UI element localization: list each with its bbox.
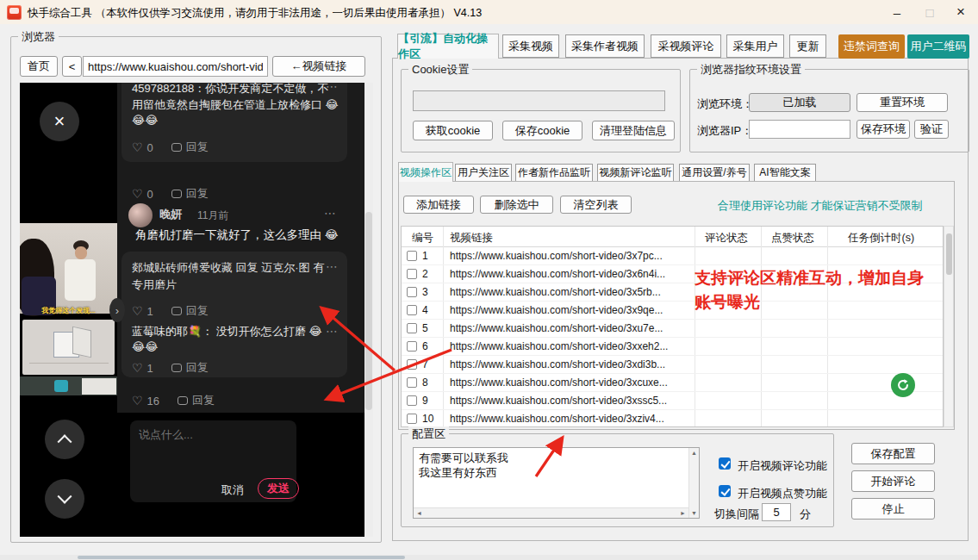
- video-thumbnail[interactable]: 我觉得这个发现...: [20, 223, 117, 395]
- like-reply-row[interactable]: ♡ 1 回复: [132, 360, 209, 376]
- tab-automation[interactable]: 【引流】自动化操作区: [397, 34, 499, 59]
- like-reply-row[interactable]: ♡ 0 回复: [132, 186, 209, 202]
- scroll-down-icon[interactable]: ▼: [691, 510, 697, 516]
- scroll-left-icon[interactable]: ◄: [416, 510, 422, 516]
- like-reply-row[interactable]: ♡ 0 回复: [132, 140, 209, 155]
- row-checkbox[interactable]: [407, 395, 417, 406]
- home-button[interactable]: 首页: [20, 56, 58, 77]
- tab-collect-author-videos[interactable]: 采集作者视频: [565, 34, 645, 58]
- row-checkbox[interactable]: [407, 305, 417, 315]
- table-row[interactable]: 6https://www.kuaishou.com/short-video/3x…: [402, 338, 944, 356]
- tab-collect-users[interactable]: 采集用户: [726, 34, 784, 58]
- window-hscrollbar[interactable]: [0, 555, 978, 560]
- subtab-comment-monitor[interactable]: 视频新评论监听: [597, 164, 674, 182]
- minimize-button[interactable]: –: [882, 0, 912, 24]
- page-scrollbar[interactable]: [364, 83, 373, 537]
- clear-list-button[interactable]: 清空列表: [560, 196, 632, 214]
- start-comment-button[interactable]: 开始评论: [851, 470, 935, 492]
- row-checkbox[interactable]: [407, 251, 417, 261]
- table-row[interactable]: 9https://www.kuaishou.com/short-video/3x…: [402, 392, 944, 410]
- reply-label[interactable]: 回复: [186, 186, 209, 202]
- reply-icon[interactable]: [171, 143, 182, 152]
- heart-icon[interactable]: ♡: [132, 361, 143, 375]
- reply-icon[interactable]: [171, 190, 182, 198]
- reply-label[interactable]: 回复: [186, 360, 209, 376]
- reset-env-button[interactable]: 重置环境: [857, 93, 948, 112]
- env-loaded-button[interactable]: 已加载: [749, 93, 850, 112]
- video-link-button[interactable]: ←视频链接: [272, 56, 365, 77]
- row-checkbox[interactable]: [407, 323, 417, 333]
- more-icon[interactable]: ⋯: [326, 259, 339, 273]
- player-close-button[interactable]: ×: [40, 102, 79, 141]
- tab-collect-videos[interactable]: 采集视频: [502, 34, 559, 58]
- subtab-video-ops[interactable]: 视频操作区: [398, 162, 453, 182]
- url-input[interactable]: [83, 56, 268, 77]
- table-row[interactable]: 1https://www.kuaishou.com/short-video/3x…: [402, 247, 944, 265]
- heart-icon[interactable]: ♡: [132, 187, 143, 201]
- table-row[interactable]: 8https://www.kuaishou.com/short-video/3x…: [402, 374, 944, 392]
- subtab-ai-copywriting[interactable]: AI智能文案: [754, 164, 816, 182]
- like-reply-row[interactable]: ♡ 1 回复: [132, 303, 209, 319]
- like-reply-row[interactable]: ♡ 16 回复: [132, 393, 215, 408]
- reply-icon[interactable]: [171, 307, 182, 315]
- table-row[interactable]: 5https://www.kuaishou.com/short-video/3x…: [402, 320, 944, 338]
- window-hscrollbar-thumb[interactable]: [78, 556, 405, 559]
- scroll-right-icon[interactable]: ►: [680, 510, 686, 516]
- more-icon[interactable]: ⋯: [326, 324, 339, 338]
- row-checkbox[interactable]: [407, 377, 417, 388]
- table-row[interactable]: 7https://www.kuaishou.com/short-video/3x…: [402, 356, 944, 374]
- reply-label[interactable]: 回复: [186, 303, 209, 319]
- comment-author[interactable]: 晚妍: [159, 207, 182, 222]
- heart-icon[interactable]: ♡: [132, 304, 143, 318]
- save-cookie-button[interactable]: 保存cookie: [502, 121, 582, 140]
- cancel-button[interactable]: 取消: [221, 482, 244, 498]
- stop-button[interactable]: 停止: [851, 498, 935, 520]
- heart-icon[interactable]: ♡: [132, 140, 143, 154]
- user-qrcode-button[interactable]: 用户二维码: [907, 34, 969, 59]
- row-checkbox[interactable]: [407, 341, 417, 352]
- subtab-user-follow[interactable]: 用户关注区: [455, 164, 512, 182]
- delete-selected-button[interactable]: 删除选中: [480, 196, 553, 214]
- save-env-button[interactable]: 保存环境: [857, 120, 910, 139]
- get-cookie-button[interactable]: 获取cookie: [413, 121, 493, 140]
- back-button[interactable]: <: [62, 56, 82, 77]
- subtab-author-monitor[interactable]: 作者新作品监听: [515, 164, 593, 182]
- close-button[interactable]: ×: [946, 0, 975, 24]
- row-checkbox[interactable]: [407, 287, 417, 297]
- reply-label[interactable]: 回复: [186, 140, 209, 155]
- add-link-button[interactable]: 添加链接: [403, 196, 474, 214]
- heart-icon[interactable]: ♡: [132, 394, 143, 408]
- more-icon[interactable]: ⋯: [324, 206, 337, 220]
- row-checkbox[interactable]: [407, 269, 417, 279]
- page-scrollbar-thumb[interactable]: [365, 212, 372, 410]
- scroll-up-icon[interactable]: ▲: [691, 450, 697, 456]
- reply-icon[interactable]: [171, 364, 182, 372]
- table-row[interactable]: 10https://www.kuaishou.com/short-video/3…: [402, 410, 944, 427]
- save-config-button[interactable]: 保存配置: [851, 443, 935, 464]
- clear-login-button[interactable]: 清理登陆信息: [592, 121, 675, 140]
- subtab-general-settings[interactable]: 通用设置/养号: [679, 164, 750, 182]
- reply-icon[interactable]: [178, 396, 188, 405]
- more-icon[interactable]: ⋯: [326, 83, 339, 93]
- tab-update[interactable]: 更新: [789, 34, 826, 58]
- enable-like-checkbox[interactable]: [719, 485, 731, 497]
- interval-input[interactable]: [762, 503, 791, 521]
- next-video-button[interactable]: [45, 479, 84, 519]
- row-checkbox[interactable]: [407, 414, 417, 424]
- tab-collect-comments[interactable]: 采视频评论: [651, 34, 721, 58]
- reply-label[interactable]: 回复: [192, 393, 215, 408]
- table-scrollbar[interactable]: [944, 226, 954, 427]
- browser-ip-input[interactable]: [749, 120, 850, 139]
- comment-input[interactable]: [139, 427, 290, 475]
- row-checkbox[interactable]: [407, 359, 417, 370]
- collapse-panel-button[interactable]: ›: [109, 298, 125, 322]
- enable-comment-checkbox[interactable]: [719, 457, 731, 470]
- textarea-vscrollbar[interactable]: ▲▼: [688, 448, 699, 518]
- cookie-input[interactable]: [413, 90, 665, 111]
- maximize-button[interactable]: □: [915, 0, 944, 24]
- send-button[interactable]: 发送: [258, 478, 299, 499]
- avatar[interactable]: [128, 203, 153, 227]
- verify-button[interactable]: 验证: [914, 120, 949, 139]
- banned-words-button[interactable]: 违禁词查询: [838, 34, 905, 59]
- refresh-icon[interactable]: [891, 373, 915, 397]
